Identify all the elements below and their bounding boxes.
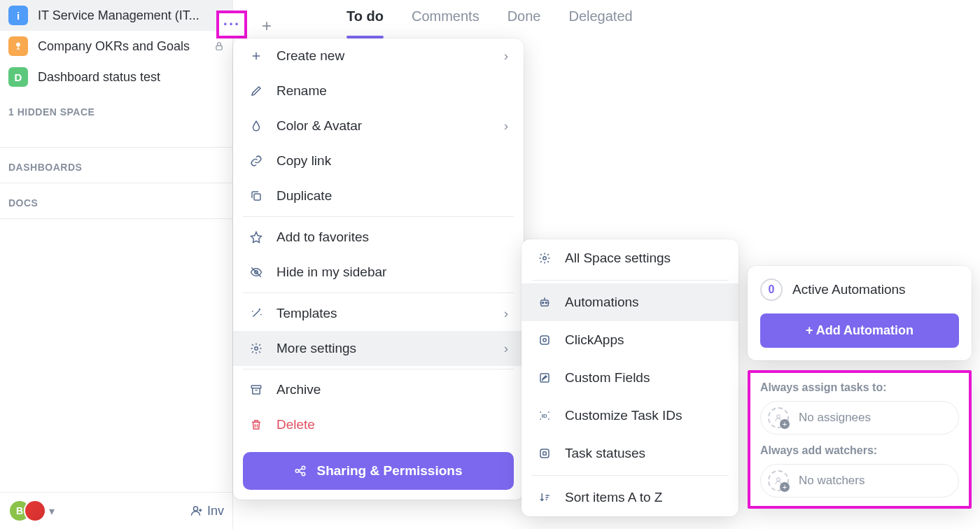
automations-panel: 0 Active Automations + Add Automation Al… <box>748 266 972 509</box>
svg-point-15 <box>543 339 547 342</box>
divider <box>243 216 514 217</box>
user-plus-icon <box>768 470 789 491</box>
menu-delete[interactable]: Delete <box>233 407 524 442</box>
tab-done[interactable]: Done <box>507 6 541 37</box>
sharing-permissions-button[interactable]: Sharing & Permissions <box>243 452 514 490</box>
divider <box>531 475 729 476</box>
avatar <box>24 500 46 522</box>
space-context-menu: Create new › Rename Color & Avatar › Cop… <box>233 38 524 500</box>
tab-comments[interactable]: Comments <box>412 6 479 37</box>
sidebar-footer: B ▾ Inv <box>0 492 232 529</box>
chevron-right-icon: › <box>504 341 508 356</box>
tabs: To do Comments Done Delegated <box>346 0 633 37</box>
drop-icon <box>248 118 264 134</box>
automations-header: 0 Active Automations <box>760 278 959 301</box>
submenu-clickapps[interactable]: ClickApps <box>522 321 738 359</box>
link-icon <box>248 153 264 169</box>
chevron-right-icon: › <box>504 306 508 321</box>
menu-rename[interactable]: Rename <box>233 73 524 108</box>
share-icon <box>294 465 307 477</box>
assign-label: Always assign tasks to: <box>760 381 959 394</box>
divider <box>243 292 514 293</box>
sidebar: i IT Service Management (IT... ··· + Com… <box>0 0 233 529</box>
menu-templates[interactable]: Templates › <box>233 296 524 331</box>
svg-point-2 <box>193 507 197 511</box>
svg-point-0 <box>16 43 20 47</box>
svg-rect-1 <box>216 45 222 50</box>
svg-rect-3 <box>254 194 260 200</box>
edit-square-icon <box>537 370 552 386</box>
add-button[interactable]: + <box>262 16 272 36</box>
submenu-customize-ids[interactable]: ID Customize Task IDs <box>522 397 738 435</box>
avatar-stack[interactable]: B <box>8 500 46 522</box>
svg-point-10 <box>543 257 547 260</box>
svg-rect-6 <box>251 386 261 388</box>
tab-todo[interactable]: To do <box>346 6 384 37</box>
menu-duplicate[interactable]: Duplicate <box>233 178 524 213</box>
watch-label: Always add watchers: <box>760 444 959 457</box>
status-icon <box>537 446 552 461</box>
star-icon <box>248 230 264 245</box>
submenu-task-statuses[interactable]: Task statuses <box>522 435 738 472</box>
divider <box>243 369 514 369</box>
svg-rect-18 <box>540 449 549 458</box>
hidden-spaces-header[interactable]: 1 HIDDEN SPACE <box>0 92 232 118</box>
eye-off-icon <box>248 264 264 280</box>
trash-icon <box>248 417 264 432</box>
add-automation-button[interactable]: + Add Automation <box>760 313 959 348</box>
submenu-sort[interactable]: Sort items A to Z <box>522 479 738 516</box>
svg-point-20 <box>777 415 780 418</box>
lock-icon <box>214 41 224 51</box>
tab-delegated[interactable]: Delegated <box>568 6 632 37</box>
space-icon: i <box>8 6 28 25</box>
menu-create-new[interactable]: Create new › <box>233 38 524 73</box>
more-settings-submenu: All Space settings Automations ClickApps… <box>522 239 738 516</box>
menu-archive[interactable]: Archive <box>233 372 524 407</box>
wand-icon <box>248 306 264 321</box>
docs-header[interactable]: DOCS <box>0 183 232 219</box>
menu-hide-sidebar[interactable]: Hide in my sidebar <box>233 255 524 290</box>
caret-down-icon[interactable]: ▾ <box>49 505 55 518</box>
automation-defaults-section: Always assign tasks to: No assignees Alw… <box>748 370 972 509</box>
chevron-right-icon: › <box>504 48 508 64</box>
svg-point-8 <box>302 466 306 470</box>
space-item-it[interactable]: i IT Service Management (IT... <box>0 0 232 31</box>
plus-icon <box>248 48 264 64</box>
automation-count-badge: 0 <box>760 278 783 301</box>
menu-more-settings[interactable]: More settings › <box>233 331 524 366</box>
menu-copy-link[interactable]: Copy link <box>233 143 524 178</box>
space-icon: D <box>8 67 28 87</box>
svg-point-5 <box>255 347 258 351</box>
space-item-okrs[interactable]: Company OKRs and Goals <box>0 31 232 62</box>
svg-point-12 <box>542 302 544 304</box>
svg-point-13 <box>545 302 547 304</box>
sort-icon <box>537 490 552 505</box>
submenu-all-settings[interactable]: All Space settings <box>522 239 738 277</box>
archive-icon <box>248 382 264 397</box>
svg-point-21 <box>777 478 780 481</box>
svg-point-9 <box>302 472 306 476</box>
user-plus-icon <box>768 407 789 428</box>
svg-rect-19 <box>543 452 547 456</box>
assign-pill[interactable]: No assignees <box>760 401 959 435</box>
svg-point-7 <box>296 470 300 473</box>
dashboards-header[interactable]: DASHBOARDS <box>0 148 232 183</box>
space-item-dashboard[interactable]: D Dashboard status test <box>0 62 232 92</box>
gear-icon <box>248 341 264 356</box>
id-icon: ID <box>537 408 552 423</box>
menu-color-avatar[interactable]: Color & Avatar › <box>233 108 524 143</box>
submenu-automations[interactable]: Automations <box>522 283 738 321</box>
svg-rect-14 <box>540 336 549 344</box>
space-label: Dashboard status test <box>38 70 224 85</box>
submenu-custom-fields[interactable]: Custom Fields <box>522 359 738 397</box>
watch-pill[interactable]: No watchers <box>760 464 959 498</box>
invite-button[interactable]: Inv <box>190 504 224 519</box>
robot-icon <box>537 295 552 310</box>
more-options-button[interactable]: ··· <box>216 10 247 38</box>
menu-add-favorites[interactable]: Add to favorites <box>233 220 524 255</box>
space-icon <box>8 36 28 56</box>
space-label: Company OKRs and Goals <box>38 39 204 54</box>
chevron-right-icon: › <box>504 118 508 134</box>
duplicate-icon <box>248 188 264 204</box>
pencil-icon <box>248 83 264 99</box>
